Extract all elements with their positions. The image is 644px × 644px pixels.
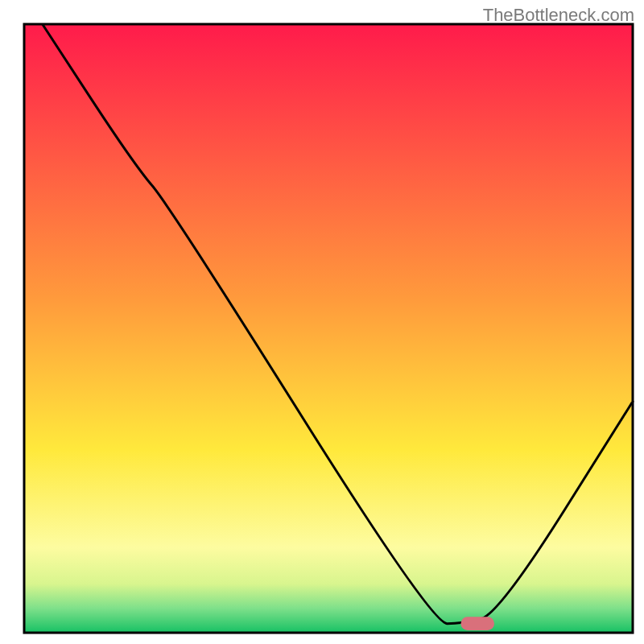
chart-container: TheBottleneck.com — [0, 0, 644, 644]
target-marker — [460, 617, 494, 630]
watermark-text: TheBottleneck.com — [483, 5, 634, 26]
plot-background — [24, 24, 633, 633]
chart-svg — [0, 0, 644, 644]
